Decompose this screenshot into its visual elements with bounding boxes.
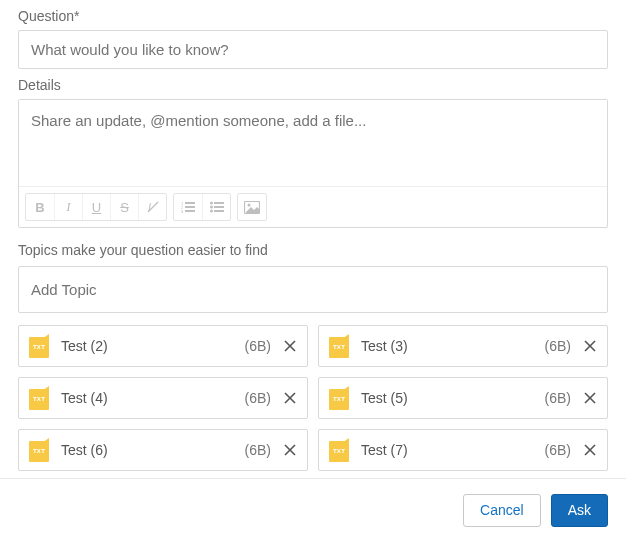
attachment-chip: TXTTest (2)(6B) [18, 325, 308, 367]
italic-button[interactable]: I [54, 194, 82, 220]
underline-button[interactable]: U [82, 194, 110, 220]
clear-formatting-button[interactable]: I [138, 194, 166, 220]
attachment-size: (6B) [545, 390, 571, 406]
svg-rect-3 [185, 202, 195, 204]
details-editor: B I U S I 123 [18, 99, 608, 228]
attachment-size: (6B) [245, 442, 271, 458]
remove-attachment-button[interactable] [581, 441, 599, 459]
insert-image-button[interactable] [238, 194, 266, 220]
topics-help-text: Topics make your question easier to find [18, 242, 608, 258]
attachment-chip: TXTTest (5)(6B) [318, 377, 608, 419]
svg-rect-11 [214, 206, 224, 208]
unordered-list-button[interactable] [202, 194, 230, 220]
file-icon: TXT [329, 334, 349, 358]
attachment-chip: TXTTest (4)(6B) [18, 377, 308, 419]
attachment-name: Test (7) [361, 442, 545, 458]
question-input[interactable] [18, 30, 608, 69]
details-textarea[interactable] [19, 100, 607, 186]
svg-rect-13 [214, 210, 224, 212]
question-label: Question* [18, 8, 608, 24]
svg-rect-5 [185, 206, 195, 208]
strikethrough-button[interactable]: S [110, 194, 138, 220]
svg-point-10 [210, 206, 213, 209]
attachment-chip: TXTTest (3)(6B) [318, 325, 608, 367]
attachment-size: (6B) [545, 338, 571, 354]
remove-attachment-button[interactable] [281, 389, 299, 407]
ask-question-dialog: Question* Details B I U S I [0, 0, 643, 542]
editor-toolbar: B I U S I 123 [19, 186, 607, 227]
svg-point-15 [248, 203, 251, 206]
remove-attachment-button[interactable] [281, 337, 299, 355]
file-icon: TXT [329, 438, 349, 462]
attachment-grid: TXTTest (2)(6B)TXTTest (3)(6B)TXTTest (4… [18, 325, 608, 471]
dialog-body-scroll[interactable]: Question* Details B I U S I [0, 0, 626, 478]
attachment-chip: TXTTest (7)(6B) [318, 429, 608, 471]
file-icon: TXT [29, 438, 49, 462]
attachment-size: (6B) [245, 390, 271, 406]
attachment-name: Test (3) [361, 338, 545, 354]
remove-attachment-button[interactable] [581, 337, 599, 355]
bold-button[interactable]: B [26, 194, 54, 220]
ordered-list-button[interactable]: 123 [174, 194, 202, 220]
svg-point-8 [210, 202, 213, 205]
details-label: Details [18, 77, 608, 93]
attachment-name: Test (6) [61, 442, 245, 458]
attachment-size: (6B) [245, 338, 271, 354]
modal-outer-scrollbar[interactable] [626, 0, 643, 542]
file-icon: TXT [29, 386, 49, 410]
dialog-footer: Cancel Ask [0, 478, 626, 542]
file-icon: TXT [29, 334, 49, 358]
attachment-name: Test (2) [61, 338, 245, 354]
svg-rect-9 [214, 202, 224, 204]
cancel-button[interactable]: Cancel [463, 494, 541, 527]
attachment-name: Test (4) [61, 390, 245, 406]
svg-rect-7 [185, 210, 195, 212]
svg-point-12 [210, 210, 213, 213]
file-icon: TXT [329, 386, 349, 410]
remove-attachment-button[interactable] [581, 389, 599, 407]
attachment-size: (6B) [545, 442, 571, 458]
topic-input[interactable] [18, 266, 608, 313]
svg-text:3: 3 [181, 209, 184, 213]
remove-attachment-button[interactable] [281, 441, 299, 459]
attachment-chip: TXTTest (6)(6B) [18, 429, 308, 471]
attachment-name: Test (5) [361, 390, 545, 406]
ask-button[interactable]: Ask [551, 494, 608, 527]
